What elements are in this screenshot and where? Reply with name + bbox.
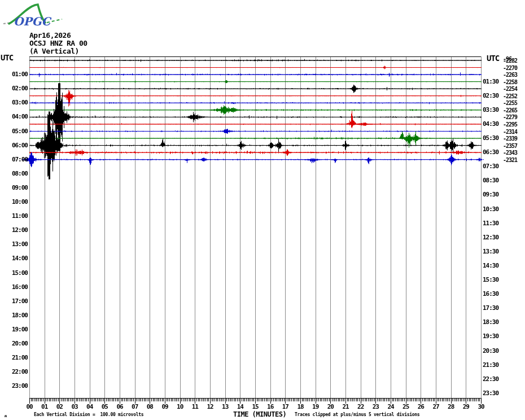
header-date: Apr16,2026 (29, 31, 71, 40)
minute-tick-label: 26 (414, 403, 427, 410)
trace-offset-value: -2252 (503, 93, 517, 99)
hour-label-left: 14:00 (3, 255, 28, 262)
trace-offset-value: -2258 (503, 79, 517, 85)
minute-tick-label: 09 (158, 403, 172, 410)
helicorder-page: OPGC Apr16,2026 OCSJ HNZ RA 00 (A Vertic… (0, 0, 525, 420)
hour-label-right: 05:30 (483, 134, 498, 142)
minute-tick-label: 20 (323, 403, 337, 410)
hour-label-left: 21:00 (3, 354, 28, 361)
opgc-logo: OPGC (2, 1, 70, 29)
minute-tick-label: 25 (399, 403, 413, 410)
trace-offset-value: -2321 (503, 157, 517, 163)
hour-label-left: 22:00 (3, 368, 28, 375)
hour-label-right: 12:30 (483, 234, 498, 241)
minute-tick-label: 29 (459, 403, 473, 410)
hour-label-left: 10:00 (3, 198, 28, 205)
hour-label-right: 20:30 (483, 347, 498, 355)
minute-tick-label: 16 (264, 403, 277, 410)
hour-label-right: 23:30 (483, 390, 498, 397)
corner-glyph: ʍ (5, 414, 7, 418)
trace-offset-value: -2343 (503, 150, 517, 156)
helicorder-canvas (0, 0, 525, 420)
hour-label-left: 18:00 (3, 312, 28, 319)
hour-label-right: 01:30 (483, 78, 498, 85)
minute-tick-label: 02 (53, 403, 66, 410)
hour-label-left: 05:00 (3, 128, 28, 135)
hour-label-right: 11:30 (483, 220, 498, 227)
hour-label-right: 14:30 (483, 262, 498, 269)
clip-note: Traces clipped at plus/minus 5 vertical … (295, 412, 419, 417)
minute-tick-label: 00 (23, 403, 36, 410)
trace-offset-extra: -96 (503, 56, 511, 62)
trace-offset-value: -2263 (503, 72, 517, 78)
trace-offset-value: -2339 (503, 135, 517, 142)
minute-tick-label: 13 (218, 403, 232, 410)
hour-label-right: 15:30 (483, 276, 498, 283)
hour-label-left: 17:00 (3, 298, 28, 305)
minute-tick-label: 14 (233, 403, 247, 410)
hour-label-right: 06:30 (483, 148, 498, 156)
scale-note: Each Vertical Division = 100.00 microvol… (34, 412, 143, 417)
minute-tick-label: 23 (369, 403, 382, 410)
minute-tick-label: 07 (128, 403, 142, 410)
minute-tick-label: 21 (339, 403, 352, 410)
minute-tick-label: 12 (203, 403, 217, 410)
minute-tick-label: 15 (248, 403, 262, 410)
minute-tick-label: 05 (98, 403, 111, 410)
minute-tick-label: 22 (354, 403, 368, 410)
hour-label-right: 18:30 (483, 318, 498, 326)
trace-offset-value: -2295 (503, 121, 517, 128)
hour-label-left: 12:00 (3, 226, 28, 234)
trace-offset-value: -2270 (503, 65, 517, 71)
hour-label-left: 02:00 (3, 85, 28, 92)
hour-label-left: 07:00 (3, 156, 28, 163)
hour-label-right: 08:30 (483, 177, 498, 184)
minute-tick-label: 01 (38, 403, 51, 410)
hour-label-right: 21:30 (483, 361, 498, 369)
hour-label-right: 03:30 (483, 106, 498, 113)
hour-label-left: 04:00 (3, 113, 28, 120)
minute-tick-label: 19 (309, 403, 322, 410)
header-station: OCSJ HNZ RA 00 (29, 39, 88, 47)
hour-label-left: 16:00 (3, 283, 28, 291)
hour-label-right: 04:30 (483, 120, 498, 128)
hour-label-left: 09:00 (3, 184, 28, 191)
minute-tick-label: 30 (474, 403, 488, 410)
hour-label-right: 22:30 (483, 375, 498, 383)
minute-tick-label: 04 (83, 403, 97, 410)
hour-label-left: 19:00 (3, 326, 28, 333)
hour-label-right: 10:30 (483, 205, 498, 213)
logo-text: OPGC (14, 15, 52, 28)
minute-tick-label: 08 (143, 403, 156, 410)
trace-offset-value: -2357 (503, 143, 517, 149)
minute-tick-label: 18 (294, 403, 307, 410)
minute-tick-label: 17 (278, 403, 292, 410)
utc-label-left: UTC (1, 53, 13, 62)
hour-label-left: 03:00 (3, 99, 28, 106)
trace-offset-value: -2255 (503, 100, 517, 106)
minute-tick-label: 27 (429, 403, 443, 410)
hour-label-left: 01:00 (3, 71, 28, 78)
hour-label-right: 16:30 (483, 290, 498, 298)
hour-label-right: 02:30 (483, 92, 498, 99)
hour-label-left: 13:00 (3, 240, 28, 248)
minute-tick-label: 03 (68, 403, 81, 410)
minute-tick-label: 28 (444, 403, 458, 410)
trace-offset-value: -2314 (503, 129, 517, 135)
header-component: (A Vertical) (29, 47, 79, 55)
hour-label-right: 09:30 (483, 191, 498, 198)
hour-label-left: 23:00 (3, 382, 28, 390)
trace-offset-value: -2279 (503, 114, 517, 120)
hour-label-right: 07:30 (483, 163, 498, 170)
minute-tick-label: 06 (113, 403, 126, 410)
hour-label-left: 20:00 (3, 340, 28, 347)
minute-tick-label: 10 (173, 403, 187, 410)
hour-label-left: 15:00 (3, 269, 28, 277)
minute-tick-label: 11 (188, 403, 202, 410)
hour-label-left: 11:00 (3, 212, 28, 220)
minute-tick-label: 24 (384, 403, 397, 410)
hour-label-right: 17:30 (483, 304, 498, 312)
trace-offset-value: -2254 (503, 86, 517, 92)
hour-label-right: 13:30 (483, 248, 498, 255)
hour-label-left: 08:00 (3, 170, 28, 177)
